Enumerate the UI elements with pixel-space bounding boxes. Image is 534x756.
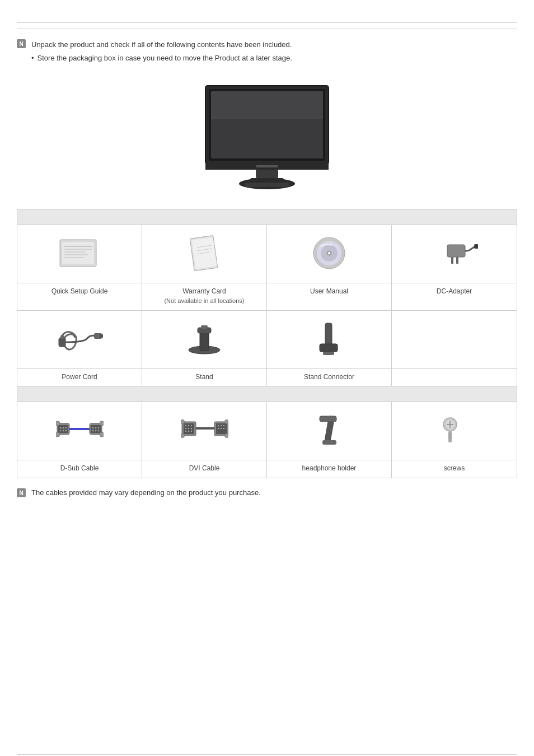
- section-header-optional: [17, 386, 517, 402]
- svg-point-56: [92, 427, 93, 429]
- page-container: N Unpack the product and check if all of…: [0, 22, 534, 756]
- svg-point-58: [97, 427, 99, 429]
- svg-rect-36: [100, 334, 103, 338]
- svg-point-66: [185, 425, 186, 426]
- item-headphone-holder: [267, 402, 392, 460]
- item-dvi-cable: [142, 402, 267, 460]
- item-dsub-cable: [17, 402, 142, 460]
- svg-rect-11: [62, 242, 94, 264]
- svg-rect-9: [245, 183, 289, 187]
- svg-rect-94: [448, 431, 452, 442]
- label-dc-adapter: DC-Adapter: [392, 283, 517, 310]
- label-user-manual: User Manual: [267, 283, 392, 310]
- svg-point-26: [328, 252, 330, 254]
- label-grid-row1: Quick Setup Guide Warranty Card (Not ava…: [17, 283, 517, 311]
- label-warranty-card: Warranty Card (Not available in all loca…: [142, 283, 267, 310]
- bottom-note-section: N The cables provided may vary depending…: [0, 478, 534, 503]
- items-table: Quick Setup Guide Warranty Card (Not ava…: [17, 209, 517, 478]
- intro-bullet1: Unpack the product and check if all of t…: [31, 39, 292, 50]
- svg-point-67: [188, 425, 189, 426]
- item-stand: [142, 311, 267, 368]
- dc-adapter-image: [430, 234, 478, 273]
- section-header-standard: [17, 209, 517, 225]
- svg-point-86: [224, 434, 228, 438]
- svg-rect-45: [58, 425, 68, 433]
- svg-rect-40: [201, 325, 208, 329]
- svg-rect-34: [63, 335, 64, 339]
- svg-point-79: [217, 425, 218, 426]
- quick-setup-guide-image: [57, 234, 102, 273]
- label-empty: [392, 369, 517, 386]
- item-dc-adapter: [392, 225, 517, 283]
- svg-rect-55: [91, 425, 101, 433]
- note-icon: N: [17, 39, 26, 48]
- svg-point-81: [223, 425, 224, 426]
- svg-point-69: [185, 428, 186, 429]
- label-stand-connector: Stand Connector: [267, 369, 392, 386]
- intro-section: N Unpack the product and check if all of…: [0, 29, 534, 69]
- svg-rect-33: [60, 335, 62, 339]
- svg-rect-3: [211, 91, 323, 119]
- stand-image: [186, 319, 223, 358]
- label-dvi-cable: DVI Cable: [142, 460, 267, 478]
- svg-point-52: [56, 421, 60, 426]
- svg-point-73: [188, 431, 189, 432]
- svg-point-85: [224, 420, 228, 424]
- svg-rect-32: [59, 338, 65, 347]
- svg-point-63: [100, 432, 104, 437]
- svg-rect-6: [256, 170, 278, 178]
- svg-rect-89: [322, 440, 336, 445]
- svg-point-47: [62, 427, 64, 429]
- svg-rect-28: [451, 257, 453, 264]
- svg-point-50: [62, 430, 64, 432]
- item-user-manual: [267, 225, 392, 283]
- item-warranty-card: [142, 225, 267, 283]
- svg-rect-43: [323, 352, 334, 355]
- svg-point-71: [190, 428, 191, 429]
- user-manual-image: [311, 234, 348, 273]
- svg-point-75: [181, 420, 185, 424]
- items-grid-row1-images: [17, 225, 517, 283]
- items-grid-row2-images: [17, 311, 517, 369]
- label-screws: screws: [392, 460, 517, 478]
- dvi-cable-image: [181, 410, 228, 450]
- stand-connector-image: [315, 319, 343, 358]
- label-headphone-holder: headphone holder: [267, 460, 392, 478]
- item-quick-setup-guide: [17, 225, 142, 283]
- svg-point-70: [188, 428, 189, 429]
- screws-image: [436, 410, 472, 450]
- svg-rect-29: [456, 257, 458, 264]
- svg-rect-41: [325, 323, 332, 347]
- dsub-cable-image: [56, 410, 104, 450]
- svg-rect-88: [320, 416, 336, 422]
- item-screws: [392, 402, 517, 460]
- item-power-cord: [17, 311, 142, 368]
- label-stand: Stand: [142, 369, 267, 386]
- svg-point-48: [65, 427, 67, 429]
- svg-point-72: [185, 431, 186, 432]
- warranty-card-image: [189, 234, 220, 273]
- headphone-holder-image: [311, 410, 348, 450]
- intro-bullet2: •Store the packaging box in case you nee…: [31, 53, 292, 64]
- svg-point-76: [181, 434, 185, 438]
- svg-point-49: [59, 430, 61, 432]
- bottom-note-icon: N: [17, 488, 26, 497]
- svg-point-82: [217, 428, 218, 429]
- label-quick-setup-guide: Quick Setup Guide: [17, 283, 142, 310]
- svg-point-57: [95, 427, 96, 429]
- svg-point-68: [190, 425, 191, 426]
- svg-point-31: [475, 245, 477, 248]
- item-empty: [392, 311, 517, 368]
- monitor-image: [189, 80, 345, 192]
- intro-text: Unpack the product and check if all of t…: [31, 39, 292, 63]
- svg-point-46: [59, 427, 61, 429]
- svg-point-74: [190, 431, 191, 432]
- svg-point-60: [95, 430, 96, 432]
- svg-point-61: [97, 430, 99, 432]
- svg-point-62: [100, 421, 104, 426]
- svg-rect-42: [320, 344, 338, 352]
- label-power-cord: Power Cord: [17, 369, 142, 386]
- svg-point-80: [220, 425, 221, 426]
- bottom-note-text: The cables provided may vary depending o…: [31, 488, 261, 497]
- svg-point-84: [223, 428, 224, 429]
